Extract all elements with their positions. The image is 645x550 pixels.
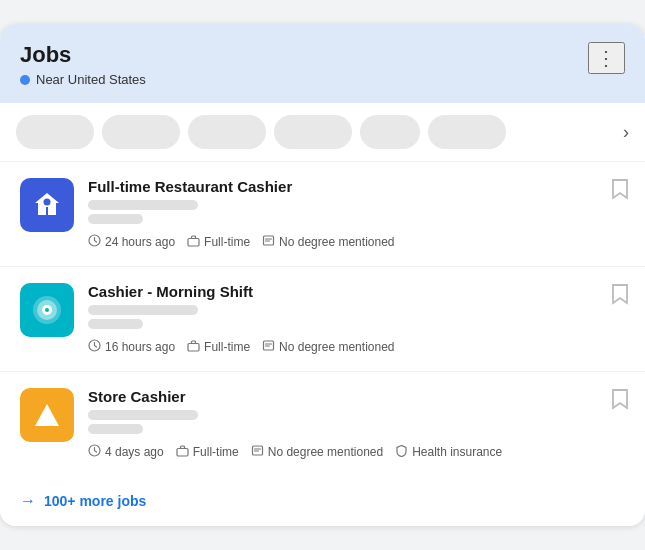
job-subtitle-short-3 bbox=[88, 424, 143, 434]
briefcase-icon-2 bbox=[187, 339, 200, 355]
page-title: Jobs bbox=[20, 42, 146, 68]
job-content-1: Full-time Restaurant Cashier 24 hours ag… bbox=[88, 178, 625, 250]
job-type-2: Full-time bbox=[187, 339, 250, 355]
shield-icon-3 bbox=[395, 444, 408, 460]
job-degree-label-1: No degree mentioned bbox=[279, 235, 394, 249]
job-time-label-1: 24 hours ago bbox=[105, 235, 175, 249]
job-health-label-3: Health insurance bbox=[412, 445, 502, 459]
filter-pill-1[interactable] bbox=[16, 115, 94, 149]
triangle-icon bbox=[30, 398, 64, 432]
job-time-2: 16 hours ago bbox=[88, 339, 175, 355]
job-title-2: Cashier - Morning Shift bbox=[88, 283, 625, 300]
diploma-icon-1 bbox=[262, 234, 275, 250]
job-logo-3 bbox=[20, 388, 74, 442]
job-title-3: Store Cashier bbox=[88, 388, 625, 405]
filter-pill-5[interactable] bbox=[360, 115, 420, 149]
job-meta-3: 4 days ago Full-time No degree mentioned bbox=[88, 444, 625, 460]
job-degree-label-2: No degree mentioned bbox=[279, 340, 394, 354]
job-type-label-3: Full-time bbox=[193, 445, 239, 459]
job-item-3[interactable]: Store Cashier 4 days ago Full-time bbox=[0, 372, 645, 476]
filters-row: › bbox=[0, 103, 645, 162]
briefcase-icon-3 bbox=[176, 444, 189, 460]
job-content-2: Cashier - Morning Shift 16 hours ago bbox=[88, 283, 625, 355]
filter-pill-4[interactable] bbox=[274, 115, 352, 149]
jobs-card: Jobs Near United States ⋮ › bbox=[0, 24, 645, 526]
job-subtitle-long-3 bbox=[88, 410, 198, 420]
location-text: Near United States bbox=[36, 72, 146, 87]
filter-pill-3[interactable] bbox=[188, 115, 266, 149]
bookmark-button-3[interactable] bbox=[611, 388, 629, 415]
job-subtitle-long-2 bbox=[88, 305, 198, 315]
briefcase-icon-1 bbox=[187, 234, 200, 250]
job-type-1: Full-time bbox=[187, 234, 250, 250]
job-item-1[interactable]: Full-time Restaurant Cashier 24 hours ag… bbox=[0, 162, 645, 267]
jobs-header: Jobs Near United States ⋮ bbox=[0, 24, 645, 103]
house-icon bbox=[31, 189, 63, 221]
job-subtitle-short-1 bbox=[88, 214, 143, 224]
job-degree-2: No degree mentioned bbox=[262, 339, 394, 355]
svg-point-0 bbox=[44, 199, 51, 206]
job-degree-1: No degree mentioned bbox=[262, 234, 394, 250]
clock-icon-3 bbox=[88, 444, 101, 460]
header-left: Jobs Near United States bbox=[20, 42, 146, 87]
job-degree-3: No degree mentioned bbox=[251, 444, 383, 460]
job-time-label-2: 16 hours ago bbox=[105, 340, 175, 354]
job-list: Full-time Restaurant Cashier 24 hours ag… bbox=[0, 162, 645, 476]
job-time-label-3: 4 days ago bbox=[105, 445, 164, 459]
svg-rect-9 bbox=[188, 344, 199, 352]
job-type-3: Full-time bbox=[176, 444, 239, 460]
job-logo-1 bbox=[20, 178, 74, 232]
svg-rect-13 bbox=[177, 449, 188, 457]
more-jobs-row: → 100+ more jobs bbox=[0, 476, 645, 526]
filter-pill-6[interactable] bbox=[428, 115, 506, 149]
job-time-3: 4 days ago bbox=[88, 444, 164, 460]
clock-icon-1 bbox=[88, 234, 101, 250]
bookmark-button-1[interactable] bbox=[611, 178, 629, 205]
job-title-1: Full-time Restaurant Cashier bbox=[88, 178, 625, 195]
svg-marker-11 bbox=[35, 404, 59, 426]
more-jobs-label: 100+ more jobs bbox=[44, 493, 146, 509]
job-time-1: 24 hours ago bbox=[88, 234, 175, 250]
filter-scroll-right-icon[interactable]: › bbox=[623, 122, 629, 143]
bookmark-button-2[interactable] bbox=[611, 283, 629, 310]
job-subtitle-short-2 bbox=[88, 319, 143, 329]
job-item-2[interactable]: Cashier - Morning Shift 16 hours ago bbox=[0, 267, 645, 372]
diploma-icon-3 bbox=[251, 444, 264, 460]
more-jobs-arrow-icon: → bbox=[20, 492, 36, 510]
diploma-icon-2 bbox=[262, 339, 275, 355]
more-options-button[interactable]: ⋮ bbox=[588, 42, 625, 74]
more-jobs-link[interactable]: → 100+ more jobs bbox=[20, 492, 625, 510]
job-meta-1: 24 hours ago Full-time No degree mention… bbox=[88, 234, 625, 250]
job-meta-2: 16 hours ago Full-time No degree mention… bbox=[88, 339, 625, 355]
job-health-3: Health insurance bbox=[395, 444, 502, 460]
job-content-3: Store Cashier 4 days ago Full-time bbox=[88, 388, 625, 460]
circle-dot-icon bbox=[29, 292, 65, 328]
filter-pill-2[interactable] bbox=[102, 115, 180, 149]
location-row: Near United States bbox=[20, 72, 146, 87]
job-degree-label-3: No degree mentioned bbox=[268, 445, 383, 459]
svg-rect-2 bbox=[188, 239, 199, 247]
svg-point-7 bbox=[45, 308, 49, 312]
job-type-label-1: Full-time bbox=[204, 235, 250, 249]
job-subtitle-long-1 bbox=[88, 200, 198, 210]
location-dot-icon bbox=[20, 75, 30, 85]
job-type-label-2: Full-time bbox=[204, 340, 250, 354]
job-logo-2 bbox=[20, 283, 74, 337]
clock-icon-2 bbox=[88, 339, 101, 355]
